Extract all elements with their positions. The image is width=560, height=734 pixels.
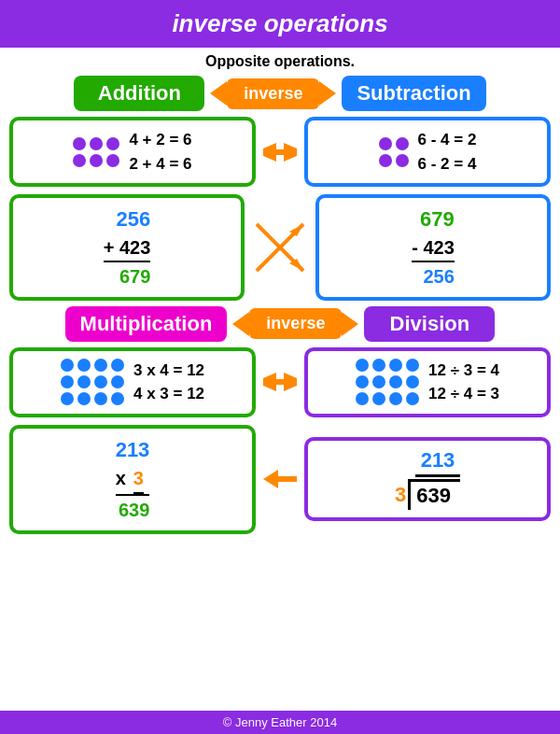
dot	[61, 375, 74, 388]
svg-rect-11	[276, 476, 297, 482]
multiplication-equations: 3 x 4 = 12 4 x 3 = 12	[133, 359, 204, 406]
svg-marker-2	[284, 143, 297, 162]
svg-marker-7	[263, 373, 276, 391]
dot	[372, 392, 385, 405]
addition-equations: 4 + 2 = 6 2 + 4 = 6	[129, 128, 191, 176]
subtraction-dots	[379, 137, 409, 167]
addition-vertical-card: 256 + 423 679	[9, 194, 245, 301]
cards-row-4: 213 x 3 639 213 3 639	[0, 421, 560, 538]
header-title: inverse operations	[172, 9, 387, 37]
cross-arrows	[252, 205, 308, 289]
left-arrow	[263, 466, 297, 492]
footer: © Jenny Eather 2014	[0, 711, 560, 734]
dot	[406, 392, 419, 405]
dot	[94, 375, 107, 388]
cards-row-2: 256 + 423 679 679 - 423 256	[0, 191, 560, 304]
subtraction-vertical-card: 679 - 423 256	[315, 194, 551, 301]
inverse-badge-2: inverse	[249, 308, 342, 339]
horizontal-arrow-2	[263, 347, 297, 417]
dot	[90, 154, 103, 167]
svg-marker-10	[263, 470, 278, 488]
addition-vertical-math: 256 + 423 679	[104, 205, 151, 289]
dot	[77, 359, 91, 372]
subtraction-label: Subtraction	[342, 76, 485, 111]
dot	[77, 392, 91, 405]
subtitle: Opposite operations.	[0, 48, 560, 74]
division-equations: 12 ÷ 3 = 4 12 ÷ 4 = 3	[428, 359, 499, 406]
inverse-badge-1: inverse	[227, 78, 319, 109]
multiplication-card: 3 x 4 = 12 4 x 3 = 12	[9, 347, 256, 417]
operations-row-1: Addition inverse Subtraction	[0, 74, 560, 113]
multiplication-vertical-card: 213 x 3 639	[9, 425, 256, 534]
subtraction-vertical-math: 679 - 423 256	[412, 205, 455, 289]
dot	[106, 137, 119, 150]
dot	[379, 137, 392, 150]
multiplication-vertical-math: 213 x 3 639	[116, 436, 150, 523]
dot	[106, 154, 119, 167]
dot	[94, 359, 107, 372]
dot	[396, 154, 409, 167]
division-display: 213 3 639	[395, 448, 460, 510]
division-dots	[356, 359, 419, 405]
multiplication-dots	[61, 359, 124, 405]
addition-dots	[73, 137, 119, 167]
dot	[396, 137, 409, 150]
dot	[77, 375, 91, 388]
dot	[111, 392, 124, 405]
dot	[389, 392, 402, 405]
dot	[111, 375, 124, 388]
addition-card: 4 + 2 = 6 2 + 4 = 6	[9, 117, 256, 187]
svg-marker-0	[263, 143, 276, 162]
dot	[356, 392, 369, 405]
subtraction-equations: 6 - 4 = 2 6 - 2 = 4	[418, 128, 477, 176]
dot	[61, 359, 74, 372]
dot	[111, 359, 124, 372]
dot	[372, 375, 385, 388]
cards-row-1: 4 + 2 = 6 2 + 4 = 6	[0, 113, 560, 191]
division-label: Division	[364, 306, 495, 342]
dot	[73, 137, 86, 150]
dot	[94, 392, 107, 405]
subtraction-card: 6 - 4 = 2 6 - 2 = 4	[304, 117, 551, 187]
dot	[406, 375, 419, 388]
addition-label: Addition	[74, 76, 204, 111]
multiplication-label: Multiplication	[65, 306, 228, 342]
horizontal-arrow-1	[263, 117, 297, 187]
page-header: inverse operations	[0, 0, 560, 48]
dot	[406, 359, 419, 372]
division-display-card: 213 3 639	[304, 437, 551, 521]
dot	[379, 154, 392, 167]
operations-row-2: Multiplication inverse Division	[0, 304, 560, 344]
dot	[90, 137, 103, 150]
svg-marker-9	[284, 373, 297, 391]
dot	[372, 359, 385, 372]
dot	[389, 375, 402, 388]
cards-row-3: 3 x 4 = 12 4 x 3 = 12	[0, 344, 560, 421]
dot	[356, 375, 369, 388]
dot	[389, 359, 402, 372]
dot	[356, 359, 369, 372]
dot	[73, 154, 86, 167]
division-card: 12 ÷ 3 = 4 12 ÷ 4 = 3	[304, 347, 551, 417]
dot	[61, 392, 74, 405]
